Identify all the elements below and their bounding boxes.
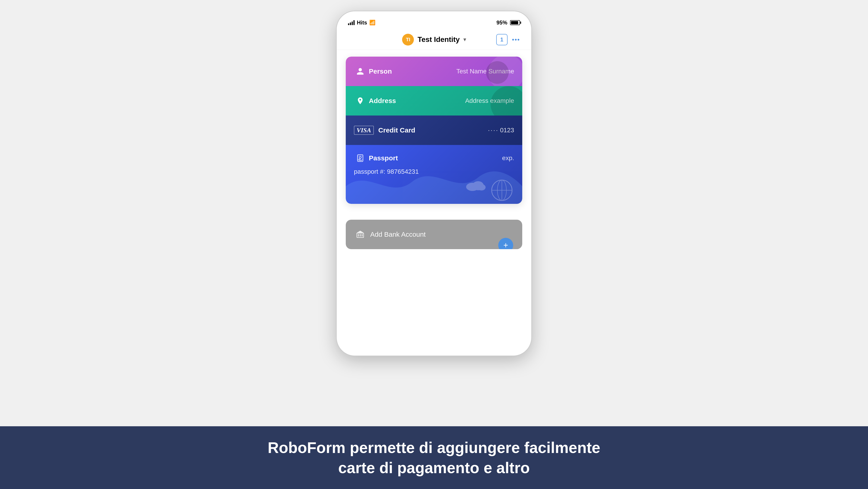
- signal-icon: [348, 20, 354, 25]
- add-bank-button[interactable]: +: [498, 238, 513, 249]
- address-label: Address: [369, 97, 465, 105]
- count-button[interactable]: 1: [496, 34, 507, 45]
- passport-card[interactable]: Passport exp. passport #: 987654231: [346, 145, 522, 204]
- add-bank-card[interactable]: Add Bank Account +: [346, 220, 522, 249]
- carrier-label: Hits: [357, 20, 367, 26]
- caption-line1: RoboForm permette di aggiungere facilmen…: [268, 439, 600, 456]
- person-label: Person: [369, 67, 456, 75]
- svg-point-8: [359, 156, 361, 159]
- battery-icon: [510, 20, 520, 25]
- creditcard-label: Credit Card: [378, 126, 488, 134]
- creditcard-card[interactable]: VISA Credit Card ···· 0123: [346, 116, 522, 145]
- phone-notch: [405, 11, 463, 23]
- wifi-icon: 📶: [369, 20, 375, 26]
- svg-rect-13: [362, 234, 363, 237]
- cards-group: Person Test Name Surname Address Address…: [346, 57, 522, 204]
- dropdown-icon[interactable]: ▾: [463, 37, 466, 42]
- caption-text: RoboForm permette di aggiungere facilmen…: [45, 438, 823, 478]
- nav-title-group[interactable]: TI Test Identity ▾: [402, 34, 466, 46]
- phone-frame: Hits 📶 95% TI Test Identity ▾ 1 •••: [337, 11, 531, 355]
- passport-exp: exp.: [502, 154, 514, 162]
- nav-avatar: TI: [402, 34, 414, 46]
- svg-rect-12: [360, 234, 361, 237]
- status-right: 95%: [496, 20, 520, 26]
- caption-line2: carte di pagamento e altro: [338, 459, 530, 476]
- visa-icon: VISA: [354, 126, 374, 135]
- svg-rect-11: [358, 234, 359, 237]
- person-card[interactable]: Person Test Name Surname: [346, 57, 522, 86]
- caption-bar: RoboForm permette di aggiungere facilmen…: [0, 426, 868, 489]
- svg-marker-14: [357, 231, 364, 233]
- address-card[interactable]: Address Address example: [346, 86, 522, 116]
- passport-top-row: Passport exp.: [346, 152, 522, 165]
- nav-title-label: Test Identity: [417, 35, 460, 44]
- status-left: Hits 📶: [348, 20, 375, 26]
- more-options-button[interactable]: •••: [512, 36, 520, 43]
- scroll-content: Person Test Name Surname Address Address…: [337, 50, 531, 355]
- passport-icon: [354, 152, 367, 165]
- nav-bar: TI Test Identity ▾ 1 •••: [337, 29, 531, 50]
- add-bank-label: Add Bank Account: [370, 231, 514, 238]
- person-icon: [354, 65, 367, 78]
- passport-label: Passport: [369, 154, 502, 162]
- bank-icon: [354, 228, 367, 241]
- creditcard-dots: ····: [488, 126, 499, 134]
- battery-percent: 95%: [496, 20, 507, 26]
- svg-rect-7: [358, 155, 363, 162]
- creditcard-last4: 0123: [500, 126, 514, 134]
- address-icon: [354, 94, 367, 107]
- nav-actions: 1 •••: [496, 34, 520, 45]
- svg-point-6: [477, 184, 486, 191]
